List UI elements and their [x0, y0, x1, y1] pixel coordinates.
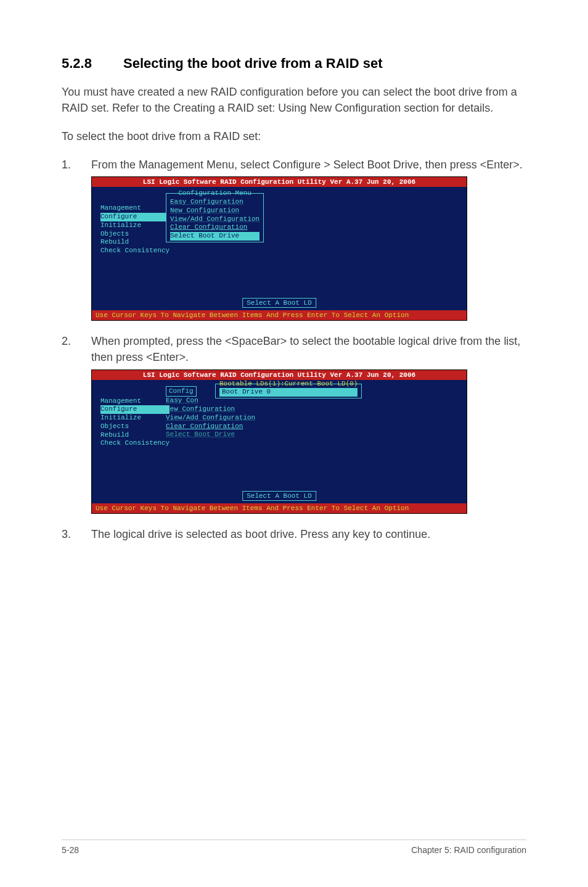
- heading-number: 5.2.8: [62, 56, 123, 72]
- step-text: When prompted, press the <SpaceBar> to s…: [91, 333, 526, 365]
- mgmt-item: Rebuild: [100, 238, 169, 247]
- cfg-label: Config: [169, 387, 194, 395]
- mgmt-item: Initialize: [100, 221, 169, 230]
- mgmt-item: Rebuild: [100, 431, 169, 440]
- intro-paragraph: You must have created a new RAID configu…: [62, 84, 526, 116]
- cfg-item: Select Boot Drive: [166, 431, 255, 439]
- step-number: 2.: [62, 333, 91, 365]
- mgmt-item-configure: Configure: [100, 213, 169, 221]
- step-text: The logical drive is selected as boot dr…: [91, 526, 526, 542]
- step-number: 1.: [62, 157, 91, 173]
- cfg-item-select-boot: Select Boot Drive: [170, 232, 259, 241]
- heading-title: Selecting the boot drive from a RAID set: [123, 56, 383, 72]
- cfg-item: Easy Configuration: [170, 198, 259, 207]
- bios-body: Management Configure Initialize Objects …: [92, 187, 467, 310]
- step-number: 3.: [62, 526, 91, 542]
- bios-screenshot-2: LSI Logic Software RAID Configuration Ut…: [91, 369, 467, 514]
- step-2: 2. When prompted, press the <SpaceBar> t…: [62, 333, 526, 365]
- popup-item-boot-drive-0: Boot Drive 0: [219, 388, 357, 397]
- configuration-submenu: Configuration Menu Easy Configuration Ne…: [166, 193, 264, 242]
- mgmt-item: Objects: [100, 423, 169, 431]
- mgmt-item: Management: [100, 397, 169, 406]
- mgmt-item: Management: [100, 204, 169, 213]
- cfg-item: New Configuration: [170, 207, 259, 215]
- cfg-item: New Configuration: [166, 405, 255, 414]
- lead-line: To select the boot drive from a RAID set…: [62, 128, 526, 144]
- select-boot-ld-box: Select A Boot LD: [242, 298, 316, 308]
- bios-body: Management Configure Initialize Objects …: [92, 380, 467, 503]
- step-3: 3. The logical drive is selected as boot…: [62, 526, 526, 542]
- mgmt-item: Check Consistency: [100, 439, 169, 448]
- management-menu: Management Configure Initialize Objects …: [100, 397, 169, 448]
- cfg-item: Clear Configuration: [170, 223, 259, 232]
- page-footer: 5-28 Chapter 5: RAID configuration: [62, 840, 526, 855]
- step-1: 1. From the Management Menu, select Conf…: [62, 157, 526, 173]
- step-text: From the Management Menu, select Configu…: [91, 157, 526, 173]
- page-number: 5-28: [62, 845, 79, 855]
- submenu-title: Configuration Menu: [170, 189, 259, 198]
- chapter-label: Chapter 5: RAID configuration: [411, 845, 526, 855]
- bios-screenshot-1: LSI Logic Software RAID Configuration Ut…: [91, 176, 467, 321]
- bios-hint-bar: Use Cursor Keys To Navigate Between Item…: [92, 503, 467, 513]
- cfg-item: View/Add Configuration: [170, 215, 259, 224]
- select-boot-ld-box: Select A Boot LD: [242, 491, 316, 501]
- bios-title-bar: LSI Logic Software RAID Configuration Ut…: [92, 177, 467, 187]
- bios-hint-bar: Use Cursor Keys To Navigate Between Item…: [92, 310, 467, 320]
- mgmt-item-configure: Configure: [100, 405, 169, 414]
- mgmt-item: Objects: [100, 230, 169, 239]
- mgmt-item: Initialize: [100, 414, 169, 423]
- cfg-item: View/Add Configuration: [166, 414, 255, 423]
- cfg-item: Clear Configuration: [166, 423, 255, 431]
- mgmt-item: Check Consistency: [100, 247, 169, 255]
- bios-title-bar: LSI Logic Software RAID Configuration Ut…: [92, 370, 467, 380]
- bootable-lds-popup: Bootable LDs(1):Current Boot LD(0) Boot …: [215, 384, 362, 399]
- management-menu: Management Configure Initialize Objects …: [100, 204, 169, 255]
- popup-title: Bootable LDs(1):Current Boot LD(0): [219, 380, 357, 389]
- section-heading: 5.2.8 Selecting the boot drive from a RA…: [62, 56, 526, 72]
